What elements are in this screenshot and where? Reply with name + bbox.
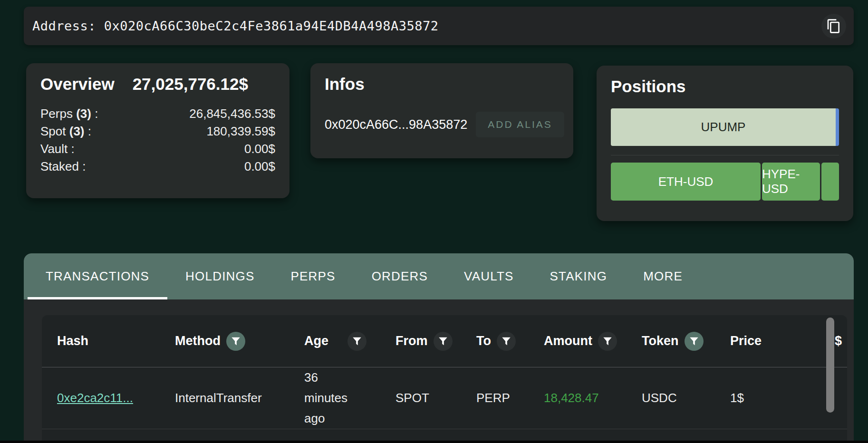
positions-title: Positions <box>611 77 839 96</box>
table-header-row: Hash Method Age From To Amount Token <box>42 315 847 367</box>
overview-title: Overview <box>40 75 115 94</box>
copy-icon <box>826 19 841 34</box>
transactions-table: Hash Method Age From To Amount Token <box>42 315 847 443</box>
column-header-clipped: $ <box>835 334 842 348</box>
table-row: 0xe2ca2c11... InternalTransfer 36 minute… <box>42 367 847 429</box>
to-filter-icon[interactable] <box>497 332 516 351</box>
main-panel: TRANSACTIONS HOLDINGS PERPS ORDERS VAULT… <box>24 253 854 443</box>
position-hype-usd-button[interactable]: HYPE-USD <box>762 163 820 201</box>
perp-positions-bar: ETH-USD HYPE-USD <box>611 163 839 201</box>
overview-row-vault: Vault : 0.00$ <box>40 140 275 158</box>
cell-method: InternalTransfer <box>175 367 304 429</box>
from-filter-icon[interactable] <box>434 332 453 351</box>
address-bar: Address: 0x020cA66C30beC2c4Fe3861a94E4DB… <box>24 7 854 45</box>
column-header-method: Method <box>175 334 221 348</box>
overview-row-value: 0.00$ <box>244 140 275 158</box>
spot-positions-bar: UPUMP <box>611 108 839 146</box>
cell-age: 36 minutes ago <box>304 367 357 429</box>
copy-address-button[interactable] <box>821 14 846 39</box>
positions-divider <box>611 155 839 155</box>
column-header-amount: Amount <box>544 334 592 348</box>
cell-price: 1$ <box>730 367 835 429</box>
overview-row-perps: Perps (3) : 26,845,436.53$ <box>40 105 275 123</box>
column-header-age: Age <box>304 334 328 348</box>
overview-rows: Perps (3) : 26,845,436.53$ Spot (3) : 18… <box>40 105 275 175</box>
cell-amount: 18,428.47 <box>544 391 599 405</box>
table-scrollbar-thumb[interactable] <box>826 318 834 413</box>
amount-filter-icon[interactable] <box>598 332 617 351</box>
overview-row-value: 26,845,436.53$ <box>189 105 275 123</box>
tab-transactions[interactable]: TRANSACTIONS <box>28 253 167 299</box>
positions-card: Positions UPUMP ETH-USD HYPE-USD <box>597 66 853 221</box>
overview-row-spot: Spot (3) : 180,339.59$ <box>40 123 275 140</box>
overview-total-value: 27,025,776.12$ <box>133 75 248 94</box>
overview-row-staked: Staked : 0.00$ <box>40 158 275 175</box>
address-text: Address: 0x020cA66C30beC2c4Fe3861a94E4DB… <box>32 19 439 33</box>
tab-perps[interactable]: PERPS <box>273 253 354 299</box>
column-header-token: Token <box>642 334 679 348</box>
column-header-to: To <box>476 334 491 348</box>
overview-row-value: 180,339.59$ <box>206 123 275 140</box>
overview-row-label: Staked : <box>40 158 86 175</box>
bottom-edge-strip <box>0 441 868 443</box>
page: Address: 0x020cA66C30beC2c4Fe3861a94E4DB… <box>0 0 868 443</box>
short-address: 0x020cA66C...98A35872 <box>325 117 467 132</box>
tab-orders[interactable]: ORDERS <box>354 253 446 299</box>
overview-row-value: 0.00$ <box>244 158 275 175</box>
cell-to: PERP <box>476 367 544 429</box>
cell-from: SPOT <box>395 367 476 429</box>
tab-vaults[interactable]: VAULTS <box>446 253 531 299</box>
column-header-from: From <box>395 334 428 348</box>
tab-more[interactable]: MORE <box>625 253 701 299</box>
cell-token: USDC <box>642 367 730 429</box>
overview-card: Overview 27,025,776.12$ Perps (3) : 26,8… <box>26 63 289 198</box>
overview-row-label: Perps (3) : <box>40 105 98 123</box>
overview-row-label: Spot (3) : <box>40 123 91 140</box>
age-filter-icon[interactable] <box>347 332 366 351</box>
column-header-hash: Hash <box>57 334 88 348</box>
token-filter-icon[interactable] <box>685 332 704 351</box>
infos-card: Infos 0x020cA66C...98A35872 ADD ALIAS <box>310 63 573 158</box>
tab-staking[interactable]: STAKING <box>532 253 626 299</box>
position-extra-sliver[interactable] <box>821 163 839 201</box>
method-filter-icon[interactable] <box>226 332 245 351</box>
tab-holdings[interactable]: HOLDINGS <box>167 253 272 299</box>
transaction-hash-link[interactable]: 0xe2ca2c11... <box>57 391 133 405</box>
tab-bar: TRANSACTIONS HOLDINGS PERPS ORDERS VAULT… <box>24 253 854 299</box>
transactions-table-card: Hash Method Age From To Amount Token <box>42 315 847 443</box>
position-blue-sliver[interactable] <box>836 108 839 146</box>
position-eth-usd-button[interactable]: ETH-USD <box>611 163 761 201</box>
column-header-price: Price <box>730 334 762 348</box>
add-alias-button[interactable]: ADD ALIAS <box>476 112 564 137</box>
position-upump-button[interactable]: UPUMP <box>611 108 836 146</box>
infos-title: Infos <box>325 75 559 94</box>
overview-row-label: Vault : <box>40 140 75 158</box>
